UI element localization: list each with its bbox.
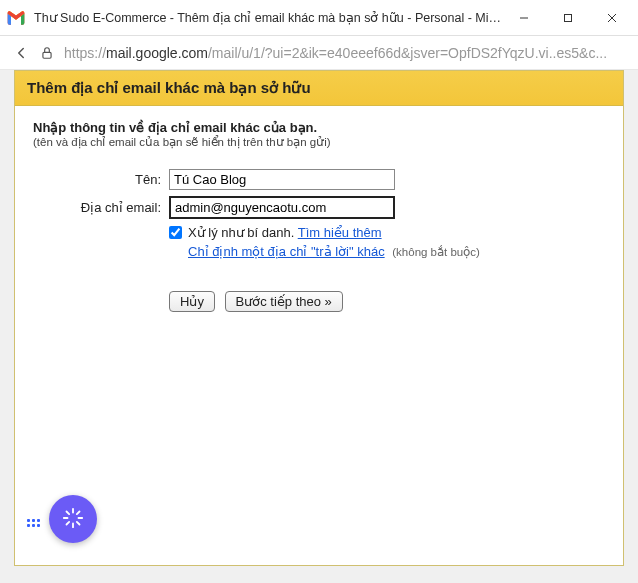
form: Tên: Địa chỉ email: Xử lý như bí danh. T…	[33, 169, 605, 312]
url-bar: https://mail.google.com/mail/u/1/?ui=2&i…	[0, 36, 638, 70]
back-icon[interactable]	[12, 44, 30, 62]
window-title: Thư Sudo E-Commerce - Thêm địa chỉ email…	[26, 10, 502, 25]
close-button[interactable]	[590, 3, 634, 33]
dots-handle-icon[interactable]	[27, 519, 41, 533]
instruction-subline: (tên và địa chỉ email của bạn sẽ hiển th…	[33, 135, 605, 149]
url-prefix: https://	[64, 45, 106, 61]
row-email: Địa chỉ email:	[33, 196, 605, 219]
alias-line: Xử lý như bí danh. Tìm hiểu thêm Chỉ địn…	[33, 225, 605, 259]
instruction-block: Nhập thông tin về địa chỉ email khác của…	[33, 120, 605, 149]
svg-rect-4	[43, 52, 51, 58]
window-titlebar: Thư Sudo E-Commerce - Thêm địa chỉ email…	[0, 0, 638, 36]
alias-checkbox[interactable]	[169, 226, 182, 239]
lock-icon	[40, 46, 54, 60]
alias-text: Xử lý như bí danh.	[188, 225, 294, 240]
learn-more-link[interactable]: Tìm hiểu thêm	[298, 225, 382, 240]
svg-line-10	[77, 521, 80, 524]
instruction-headline: Nhập thông tin về địa chỉ email khác của…	[33, 120, 605, 135]
minimize-button[interactable]	[502, 3, 546, 33]
gmail-icon	[6, 8, 26, 28]
next-button[interactable]: Bước tiếp theo »	[225, 291, 343, 312]
window-buttons	[502, 3, 634, 33]
cancel-button[interactable]: Hủy	[169, 291, 215, 312]
panel-body: Nhập thông tin về địa chỉ email khác của…	[15, 106, 623, 565]
action-row: Hủy Bước tiếp theo »	[33, 291, 605, 312]
email-input[interactable]	[169, 196, 395, 219]
sunburst-icon	[62, 507, 84, 532]
name-label: Tên:	[33, 172, 169, 187]
url-host: mail.google.com	[106, 45, 208, 61]
email-label: Địa chỉ email:	[33, 200, 169, 215]
reply-optional: (không bắt buộc)	[392, 246, 480, 258]
svg-line-12	[77, 511, 80, 514]
main-panel: Thêm địa chỉ email khác mà bạn sở hữu Nh…	[14, 70, 624, 566]
maximize-button[interactable]	[546, 3, 590, 33]
panel-header: Thêm địa chỉ email khác mà bạn sở hữu	[15, 71, 623, 106]
reply-address-link[interactable]: Chỉ định một địa chỉ "trả lời" khác	[188, 244, 385, 259]
svg-line-9	[66, 511, 69, 514]
name-input[interactable]	[169, 169, 395, 190]
url-path: /mail/u/1/?ui=2&ik=e40eeef66d&jsver=OpfD…	[208, 45, 607, 61]
svg-line-11	[66, 521, 69, 524]
svg-rect-1	[565, 14, 572, 21]
url-text[interactable]: https://mail.google.com/mail/u/1/?ui=2&i…	[64, 45, 626, 61]
row-name: Tên:	[33, 169, 605, 190]
fab-button[interactable]	[49, 495, 97, 543]
